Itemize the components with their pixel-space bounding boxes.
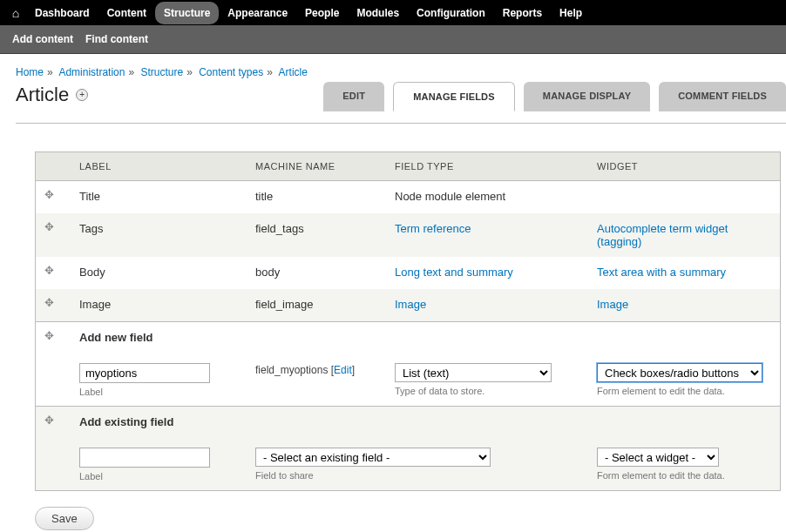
field-row-image: Image field_image Image Image [36, 289, 781, 322]
drag-handle-icon[interactable] [44, 415, 57, 428]
tab-comment-fields[interactable]: COMMENT FIELDS [659, 82, 786, 111]
subnav-find-content[interactable]: Find content [85, 33, 148, 45]
field-row-body: Body body Long text and summary Text are… [36, 257, 781, 289]
subnav-add-content[interactable]: Add content [12, 33, 73, 45]
plus-icon[interactable]: + [76, 89, 88, 101]
row-ftype-link[interactable]: Term reference [395, 222, 471, 235]
home-icon[interactable]: ⌂ [5, 6, 26, 20]
row-label: Body [71, 257, 247, 289]
crumb-content-types[interactable]: Content types [199, 66, 263, 78]
machine-edit-link[interactable]: Edit [334, 364, 352, 376]
nav-configuration[interactable]: Configuration [408, 2, 494, 24]
crumb-structure[interactable]: Structure [140, 66, 183, 78]
existing-field-label-input[interactable] [79, 448, 210, 468]
add-existing-field-row: Label - Select an existing field - Field… [36, 439, 781, 491]
row-label: Image [71, 289, 247, 322]
crumb-article[interactable]: Article [279, 66, 308, 78]
crumb-home[interactable]: Home [16, 66, 44, 78]
new-field-label-input[interactable] [79, 363, 210, 383]
new-field-machine: field_myoptions [Edit] [255, 364, 355, 376]
nav-reports[interactable]: Reports [494, 2, 551, 24]
nav-help[interactable]: Help [551, 2, 591, 24]
existing-widget-help: Form element to edit the data. [597, 470, 771, 481]
drag-handle-icon[interactable] [44, 190, 57, 202]
new-field-widget-select[interactable]: Check boxes/radio buttons [597, 363, 762, 382]
nav-structure[interactable]: Structure [155, 2, 219, 24]
new-field-label-help: Label [79, 387, 238, 397]
tab-manage-display[interactable]: MANAGE DISPLAY [524, 82, 650, 111]
row-widget-link[interactable]: Autocomplete term widget (tagging) [597, 222, 728, 248]
local-tabs: EDIT MANAGE FIELDS MANAGE DISPLAY COMMEN… [323, 82, 786, 111]
admin-subnav: Add content Find content [0, 25, 786, 54]
fields-table: LABEL MACHINE NAME FIELD TYPE WIDGET Tit… [35, 152, 781, 491]
add-new-heading: Add new field [71, 322, 781, 355]
row-ftype: Node module element [386, 181, 588, 214]
nav-content[interactable]: Content [98, 2, 155, 24]
col-label: LABEL [71, 152, 247, 181]
field-row-tags: Tags field_tags Term reference Autocompl… [36, 213, 781, 257]
new-field-type-help: Type of data to store. [395, 386, 579, 396]
crumb-admin[interactable]: Administration [58, 66, 125, 78]
new-field-type-select[interactable]: List (text) [395, 363, 552, 382]
field-row-title: Title title Node module element [36, 181, 781, 214]
new-field-widget-help: Form element to edit the data. [597, 386, 771, 396]
col-ftype: FIELD TYPE [386, 152, 588, 181]
add-new-field-heading-row: Add new field [36, 322, 781, 355]
nav-people[interactable]: People [296, 2, 348, 24]
row-ftype-link[interactable]: Long text and summary [395, 266, 513, 279]
row-machine: body [247, 257, 386, 289]
drag-handle-icon[interactable] [44, 331, 57, 343]
add-existing-heading: Add existing field [71, 407, 781, 440]
row-widget-link[interactable]: Image [597, 298, 628, 311]
existing-field-label-help: Label [79, 471, 238, 481]
drag-handle-icon[interactable] [44, 298, 57, 310]
tab-manage-fields[interactable]: MANAGE FIELDS [393, 82, 515, 111]
row-ftype-link[interactable]: Image [395, 298, 426, 311]
add-existing-field-heading-row: Add existing field [36, 407, 781, 440]
tab-edit[interactable]: EDIT [323, 82, 384, 111]
save-button[interactable]: Save [35, 507, 94, 530]
col-machine: MACHINE NAME [247, 152, 386, 181]
col-widget: WIDGET [588, 152, 781, 181]
nav-appearance[interactable]: Appearance [219, 2, 296, 24]
drag-handle-icon[interactable] [44, 222, 57, 234]
existing-field-select[interactable]: - Select an existing field - [255, 448, 491, 467]
add-new-field-row: Label field_myoptions [Edit] List (text)… [36, 354, 781, 407]
row-label: Tags [71, 213, 247, 257]
row-machine: field_tags [247, 213, 386, 257]
drag-handle-icon[interactable] [44, 266, 57, 278]
row-widget-link[interactable]: Text area with a summary [597, 266, 726, 279]
row-machine: title [247, 181, 386, 214]
nav-dashboard[interactable]: Dashboard [26, 2, 98, 24]
page-title-text: Article [16, 84, 69, 106]
row-machine: field_image [247, 289, 386, 322]
nav-modules[interactable]: Modules [348, 2, 408, 24]
row-label: Title [71, 181, 247, 214]
page-title: Article + [16, 84, 88, 106]
breadcrumb: Home» Administration» Structure» Content… [16, 66, 786, 78]
admin-toolbar: ⌂ Dashboard Content Structure Appearance… [0, 0, 786, 25]
existing-field-help: Field to share [255, 470, 579, 481]
existing-widget-select[interactable]: - Select a widget - [597, 448, 719, 467]
